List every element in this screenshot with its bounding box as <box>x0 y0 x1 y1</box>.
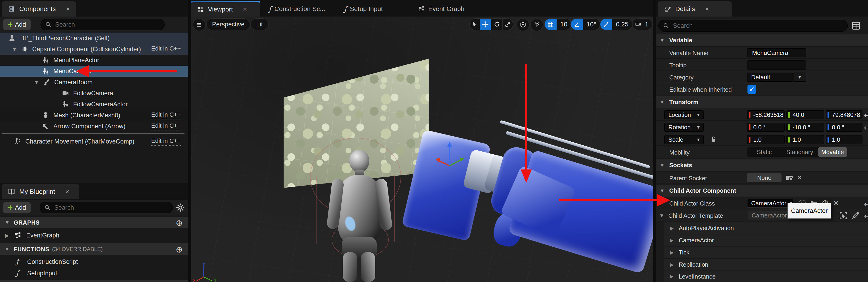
rotation-z-field[interactable]: 0.0 ° <box>826 122 863 132</box>
chevron-down-icon[interactable]: ▼ <box>12 46 17 52</box>
tree-row-arrow[interactable]: Arrow Component (Arrow) Edit in C++ <box>0 121 188 132</box>
scale-tool-button[interactable] <box>502 19 513 30</box>
functions-section-header[interactable]: ▼ FUNCTIONS (34 OVERRIDABLE) ⊕ <box>0 243 188 255</box>
edit-in-cpp-link[interactable]: Edit in C++ <box>151 45 181 53</box>
tab-viewport[interactable]: Viewport × <box>191 2 260 16</box>
perspective-dropdown[interactable]: Perspective <box>206 19 250 30</box>
edit-in-cpp-link[interactable]: Edit in C++ <box>151 137 181 146</box>
my-blueprint-add-button[interactable]: + Add <box>3 202 31 213</box>
scale-z-field[interactable]: 1.0 <box>826 135 863 144</box>
scale-x-field[interactable]: 1.0 <box>747 135 785 144</box>
tree-row-self[interactable]: BP_ThirdPersonCharacter (Self) <box>0 33 188 44</box>
angle-snap-toggle[interactable] <box>571 19 583 30</box>
angle-snap-value[interactable]: 10° <box>583 21 600 28</box>
sockets-section-header[interactable]: ▼ Sockets <box>656 160 868 172</box>
tree-row-followcameraactor[interactable]: FollowCameraActor <box>0 99 188 110</box>
tab-event-graph[interactable]: Event Graph <box>418 1 464 16</box>
settings-gear-icon[interactable] <box>176 203 185 213</box>
section-cameraactor[interactable]: ▶ CameraActor <box>664 235 868 247</box>
select-tool-button[interactable] <box>470 19 480 30</box>
location-reset-icon[interactable]: ↩ <box>864 111 868 120</box>
character-mesh[interactable] <box>320 141 402 282</box>
tab-details-close-icon[interactable]: × <box>705 5 709 13</box>
scale-y-field[interactable]: 1.0 <box>786 135 824 144</box>
display-filter-icon[interactable] <box>851 21 861 31</box>
marquee-select-icon[interactable] <box>839 211 848 220</box>
details-search[interactable] <box>658 20 848 32</box>
socket-browse-icon[interactable] <box>786 174 794 182</box>
editable-checkbox[interactable]: ✓ <box>747 85 756 94</box>
location-dropdown[interactable]: Location ▾ <box>664 110 704 119</box>
viewport-3d[interactable]: z x Y Perspective Lit 10 10° 0.25 1 <box>191 16 656 282</box>
world-local-toggle[interactable] <box>517 19 529 31</box>
location-x-field[interactable]: -58.263518 <box>747 110 785 119</box>
tree-row-cameraboom[interactable]: ▼ CameraBoom <box>0 77 188 88</box>
section-replication[interactable]: ▶ Replication <box>664 259 868 271</box>
section-autoplayeractivation[interactable]: ▶ AutoPlayerActivation <box>664 222 868 235</box>
grid-snap-value[interactable]: 10 <box>557 21 571 28</box>
category-dropdown-caret[interactable]: ▾ <box>793 73 806 82</box>
section-tick[interactable]: ▶ Tick <box>664 247 868 259</box>
clear-class-icon[interactable]: × <box>834 198 839 208</box>
tab-components[interactable]: Components × <box>2 1 76 16</box>
tab-my-blueprint-close-icon[interactable]: × <box>65 188 69 196</box>
parent-socket-value-button[interactable]: None <box>747 173 781 182</box>
details-search-input[interactable] <box>673 22 843 30</box>
function-row-constructionscript[interactable]: ƒ ConstructionScript <box>0 256 188 267</box>
edit-in-cpp-link[interactable]: Edit in C++ <box>151 122 181 131</box>
socket-clear-icon[interactable]: × <box>797 173 802 183</box>
camera-speed-value[interactable]: 1 <box>645 21 652 28</box>
rotation-y-field[interactable]: -10.0 ° <box>786 122 824 132</box>
location-y-field[interactable]: 40.0 <box>786 110 824 119</box>
mobility-static-button[interactable]: Static <box>747 147 781 157</box>
tab-setup-input[interactable]: ƒ Setup Input <box>344 1 383 16</box>
tab-construction-script[interactable]: ƒ Construction Sc... <box>269 1 325 16</box>
section-levelinstance[interactable]: ▶ LevelInstance <box>664 271 868 282</box>
variable-section-header[interactable]: ▼ Variable <box>656 34 868 47</box>
scale-snap-value[interactable]: 0.25 <box>612 21 632 28</box>
add-function-icon[interactable]: ⊕ <box>176 245 183 254</box>
variable-name-input[interactable]: MenuCamera <box>747 48 806 58</box>
scale-dropdown[interactable]: Scale ▾ <box>664 135 704 144</box>
add-graph-icon[interactable]: ⊕ <box>176 218 183 228</box>
components-search-input[interactable] <box>55 21 160 29</box>
edit-in-cpp-link[interactable]: Edit in C++ <box>151 111 181 119</box>
grid-snap-toggle[interactable] <box>545 19 557 30</box>
rotation-x-field[interactable]: 0.0 ° <box>747 122 785 132</box>
mobility-movable-button[interactable]: Movable <box>818 147 847 157</box>
chevron-down-icon[interactable]: ▼ <box>34 79 39 85</box>
components-search[interactable] <box>40 19 165 30</box>
eyedropper-icon[interactable] <box>851 211 860 219</box>
tooltip-input[interactable] <box>747 60 806 70</box>
event-graph-row[interactable]: ▶ EventGraph <box>0 230 188 241</box>
child-actor-class-dropdown[interactable]: CameraActor ▾ <box>747 199 794 208</box>
rotate-tool-button[interactable] <box>491 19 502 30</box>
graphs-section-header[interactable]: ▼ GRAPHS ⊕ <box>0 217 188 228</box>
tree-row-capsule[interactable]: ▼ Capsule Component (CollisionCylinder) … <box>0 44 188 55</box>
tree-row-mesh[interactable]: Mesh (CharacterMesh0) Edit in C++ <box>0 110 188 121</box>
my-blueprint-search-input[interactable] <box>54 204 168 211</box>
category-dropdown[interactable]: Default <box>747 73 793 82</box>
scale-snap-toggle[interactable] <box>600 19 612 30</box>
rotation-dropdown[interactable]: Rotation ▾ <box>664 122 704 132</box>
viewport-menu-button[interactable] <box>193 19 206 31</box>
tab-viewport-close-icon[interactable]: × <box>243 5 247 13</box>
tab-components-close-icon[interactable]: × <box>66 5 70 13</box>
transform-section-header[interactable]: ▼ Transform <box>656 96 868 108</box>
surface-snapping-button[interactable] <box>530 19 543 31</box>
mobility-stationary-button[interactable]: Stationary <box>781 147 818 157</box>
function-row-setupinput[interactable]: ƒ SetupInput <box>0 268 188 279</box>
child-actor-section-header[interactable]: ▼ Child Actor Component <box>656 185 868 197</box>
scale-lock-icon[interactable] <box>710 136 717 144</box>
tree-row-followcamera[interactable]: FollowCamera <box>0 88 188 99</box>
rotation-reset-icon[interactable]: ↩ <box>864 123 868 132</box>
class-reset-icon[interactable]: ↩ <box>864 199 868 209</box>
template-reset-icon[interactable]: ↩ <box>864 211 868 220</box>
lit-dropdown[interactable]: Lit <box>250 19 269 30</box>
chevron-down-icon[interactable]: ▼ <box>659 213 664 219</box>
panel-divider-left[interactable] <box>188 0 191 282</box>
chevron-right-icon[interactable]: ▶ <box>5 233 9 239</box>
components-add-button[interactable]: + Add <box>3 19 31 30</box>
tree-row-charmovement[interactable]: Character Movement (CharMoveComp) Edit i… <box>0 136 188 147</box>
move-tool-button[interactable] <box>480 19 491 30</box>
